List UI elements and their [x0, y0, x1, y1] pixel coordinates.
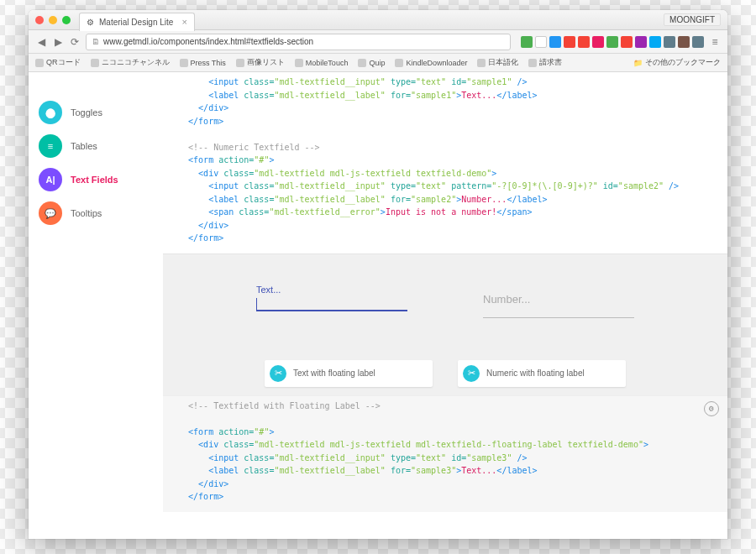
- bookmark-label: 請求書: [539, 57, 562, 68]
- bookmark-item[interactable]: MobileTouch: [295, 59, 349, 67]
- bookmark-item[interactable]: QRコード: [35, 57, 81, 68]
- bookmark-label: QRコード: [46, 57, 81, 68]
- sidebar-item-text-fields[interactable]: A|Text Fields: [39, 163, 163, 196]
- bookmark-item[interactable]: 請求書: [528, 57, 562, 68]
- bookmark-item[interactable]: 日本語化: [477, 57, 518, 68]
- bookmark-item[interactable]: KindleDownloader: [395, 59, 467, 67]
- main-panel: <input class="mdl-textfield__input" type…: [163, 72, 727, 539]
- sidebar-item-label: Tooltips: [71, 208, 102, 218]
- bookmark-favicon-icon: [395, 59, 403, 67]
- window-controls: [35, 16, 71, 24]
- bookmark-label: MobileTouch: [306, 59, 349, 67]
- extension-icon[interactable]: [635, 36, 647, 48]
- sidebar-item-tooltips[interactable]: 💬Tooltips: [39, 196, 163, 230]
- sidebar-icon: A|: [39, 168, 62, 191]
- text-input-demo[interactable]: Text...: [256, 288, 407, 318]
- chip-label: Numeric with floating label: [486, 368, 585, 378]
- extension-icon[interactable]: [621, 36, 633, 48]
- component-sidebar: ⬤Toggles≡TablesA|Text Fields💬Tooltips: [29, 72, 163, 539]
- titlebar: ⚙ Material Design Lite × MOONGIFT: [29, 10, 727, 30]
- number-input-demo[interactable]: Number...: [483, 288, 634, 318]
- bookmark-item[interactable]: Quip: [358, 59, 385, 67]
- bookmark-favicon-icon: [35, 59, 44, 67]
- url-bar: ◀ ▶ ⟳ 🗎 www.getmdl.io/components/index.h…: [29, 30, 727, 54]
- sidebar-icon: ≡: [39, 134, 62, 158]
- extension-icon[interactable]: [564, 36, 575, 48]
- sidebar-item-label: Toggles: [71, 107, 102, 118]
- extension-icon[interactable]: [549, 36, 561, 48]
- chip-label: Text with floating label: [293, 368, 375, 378]
- other-bookmarks[interactable]: 📁 その他のブックマーク: [633, 57, 721, 68]
- extension-icon[interactable]: [606, 36, 618, 48]
- extension-icon[interactable]: [678, 36, 690, 48]
- bookmark-favicon-icon: [91, 59, 99, 67]
- textfield-demo-area: Text... Number... ✂ Text with floating l…: [163, 253, 727, 395]
- sidebar-icon: 💬: [39, 201, 62, 225]
- tab-close-icon[interactable]: ×: [181, 17, 186, 27]
- bookmark-label: Press This: [191, 59, 226, 67]
- bookmark-favicon-icon: [236, 59, 244, 67]
- bookmark-item[interactable]: Press This: [180, 59, 226, 67]
- extension-icons: [521, 36, 704, 48]
- minimize-window-icon[interactable]: [49, 16, 57, 24]
- bookmark-favicon-icon: [180, 59, 188, 67]
- page-icon: 🗎: [92, 37, 100, 46]
- codepen-icon[interactable]: ⚙: [704, 401, 719, 416]
- extension-icon[interactable]: [578, 36, 590, 48]
- bookmark-favicon-icon: [528, 59, 537, 67]
- url-text: www.getmdl.io/components/index.html#text…: [103, 37, 313, 46]
- extension-icon[interactable]: [649, 36, 661, 48]
- scissors-icon: ✂: [463, 365, 480, 382]
- sidebar-icon: ⬤: [39, 101, 62, 124]
- close-window-icon[interactable]: [35, 16, 44, 24]
- bookmark-bar: QRコードニコニコチャンネルPress This画像リストMobileTouch…: [29, 54, 727, 72]
- bookmark-favicon-icon: [477, 59, 486, 67]
- code-block-basic: <input class="mdl-textfield__input" type…: [163, 72, 727, 253]
- bookmark-favicon-icon: [295, 59, 303, 67]
- nav-forward-icon[interactable]: ▶: [52, 36, 64, 48]
- maximize-window-icon[interactable]: [62, 16, 71, 24]
- chip-numeric-floating[interactable]: ✂ Numeric with floating label: [458, 360, 626, 387]
- text-input-underline: [256, 310, 407, 311]
- nav-back-icon[interactable]: ◀: [35, 36, 47, 48]
- sidebar-item-tables[interactable]: ≡Tables: [39, 129, 163, 163]
- tab-title: Material Design Lite: [99, 18, 173, 27]
- bookmark-favicon-icon: [358, 59, 366, 67]
- text-cursor-icon: [256, 298, 257, 311]
- bookmark-item[interactable]: 画像リスト: [236, 57, 285, 68]
- page-content: ⬤Toggles≡TablesA|Text Fields💬Tooltips <i…: [29, 72, 727, 539]
- extension-icon[interactable]: [664, 36, 675, 48]
- number-input-placeholder: Number...: [483, 293, 634, 306]
- nav-reload-icon[interactable]: ⟳: [69, 36, 81, 48]
- url-field[interactable]: 🗎 www.getmdl.io/components/index.html#te…: [86, 34, 511, 50]
- code-block-floating: <!-- Textfield with Floating Label --> ⚙…: [163, 395, 727, 512]
- folder-icon: 📁: [633, 59, 643, 67]
- tab-favicon-icon: ⚙: [87, 18, 94, 27]
- user-badge[interactable]: MOONGIFT: [664, 13, 721, 26]
- menu-icon[interactable]: ≡: [709, 36, 721, 48]
- bookmark-label: ニコニコチャンネル: [102, 57, 170, 68]
- bookmark-label: KindleDownloader: [406, 59, 467, 67]
- other-bookmarks-label: その他のブックマーク: [645, 57, 721, 68]
- text-input-label: Text...: [256, 285, 407, 295]
- sidebar-item-label: Tables: [71, 141, 97, 151]
- browser-window: ⚙ Material Design Lite × MOONGIFT ◀ ▶ ⟳ …: [29, 10, 727, 539]
- bookmark-label: Quip: [369, 59, 385, 67]
- sidebar-item-label: Text Fields: [71, 175, 118, 185]
- number-input-underline: [483, 317, 634, 318]
- sidebar-item-toggles[interactable]: ⬤Toggles: [39, 96, 163, 129]
- bookmark-label: 画像リスト: [247, 57, 285, 68]
- extension-icon[interactable]: [535, 36, 547, 48]
- extension-icon[interactable]: [692, 36, 704, 48]
- scissors-icon: ✂: [270, 365, 286, 382]
- browser-tab[interactable]: ⚙ Material Design Lite ×: [79, 13, 195, 31]
- chip-text-floating[interactable]: ✂ Text with floating label: [265, 360, 433, 387]
- bookmark-label: 日本語化: [488, 57, 518, 68]
- extension-icon[interactable]: [521, 36, 533, 48]
- bookmark-item[interactable]: ニコニコチャンネル: [91, 57, 170, 68]
- extension-icon[interactable]: [592, 36, 604, 48]
